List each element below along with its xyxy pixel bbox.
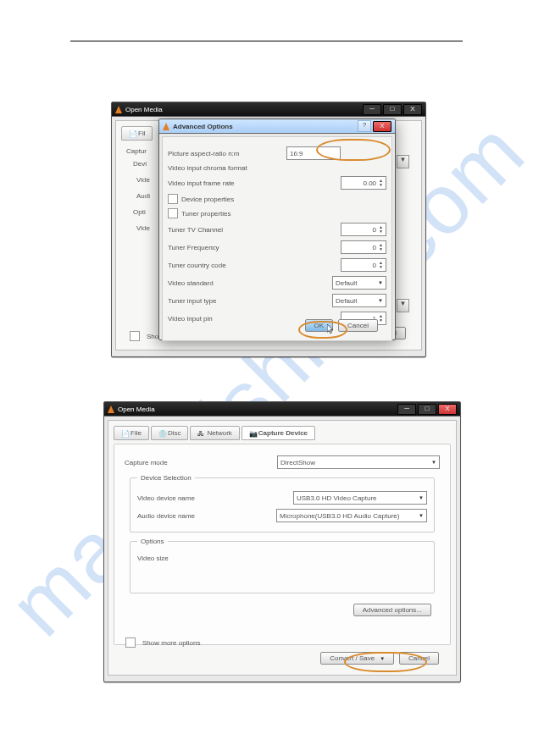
cancel-advanced-button[interactable]: Cancel: [338, 319, 378, 332]
file-icon: 📄: [129, 130, 136, 137]
video-standard-label: Video standard: [168, 279, 286, 287]
network-icon: 🖧: [197, 430, 204, 437]
titlebar-advanced-options[interactable]: Advanced Options ? X: [159, 119, 395, 134]
advanced-options-dialog: Advanced Options ? X Picture aspect-rati…: [158, 119, 396, 340]
show-more-label: Show more options: [142, 639, 200, 647]
video-device-label: Video device name: [137, 494, 247, 502]
capture-mode-label: Capture mode: [125, 459, 277, 466]
device-selection-legend: Device Selection: [137, 474, 195, 482]
cancel-button[interactable]: Cancel: [399, 652, 439, 665]
video-size-label: Video size: [137, 555, 273, 562]
tab-network[interactable]: 🖧Network: [190, 426, 239, 440]
vlc-cone-icon: [163, 123, 169, 130]
video-device-dropdown[interactable]: USB3.0 HD Video Capture▼: [293, 491, 427, 505]
file-icon: 📄: [121, 430, 128, 437]
tab-file[interactable]: 📄File: [114, 426, 149, 440]
hidden-dropdown-arrow-2[interactable]: ▼: [397, 299, 409, 312]
maximize-button[interactable]: □: [383, 104, 402, 115]
video-standard-dropdown[interactable]: Default▼: [332, 276, 386, 290]
tuner-channel-label: Tuner TV Channel: [168, 226, 286, 234]
tuner-country-label: Tuner country code: [168, 262, 286, 269]
titlebar-open-media-top[interactable]: Open Media ─ □ X: [112, 102, 425, 117]
audio-device-dropdown[interactable]: Microphone(USB3.0 HD Audio Capture)▼: [276, 509, 427, 522]
aspect-ratio-input[interactable]: 16:9: [286, 146, 341, 160]
device-properties-label: Device properties: [181, 196, 234, 203]
framerate-spinner[interactable]: 0.00▲▼: [341, 176, 386, 190]
tuner-frequency-label: Tuner Frequency: [168, 244, 286, 251]
help-button[interactable]: ?: [358, 120, 371, 132]
close-advanced-button[interactable]: X: [373, 121, 391, 132]
audio-device-label: Audio device name: [137, 512, 247, 520]
options-fieldset: Options Video size: [130, 538, 435, 593]
advanced-options-button[interactable]: Advanced options...: [353, 604, 431, 616]
tab-capture-device[interactable]: 📷Capture Device: [242, 426, 315, 440]
disc-icon: 💿: [158, 430, 165, 437]
device-selection-fieldset: Device Selection Video device name USB3.…: [130, 474, 435, 533]
tuner-input-type-label: Tuner input type: [168, 297, 286, 305]
tab-file-top[interactable]: 📄Fil: [121, 126, 153, 141]
video-input-pin-label: Video input pin: [168, 315, 286, 323]
vlc-cone-icon: [108, 406, 114, 413]
close-button[interactable]: X: [403, 104, 422, 115]
aspect-ratio-label: Picture aspect-ratio n:m: [168, 150, 286, 157]
vlc-cone-icon: [115, 106, 122, 113]
tuner-channel-spinner[interactable]: 0▲▼: [341, 223, 386, 236]
tab-disc[interactable]: 💿Disc: [151, 426, 189, 440]
show-more-checkbox-top[interactable]: [130, 331, 140, 341]
capture-mode-dropdown[interactable]: DirectShow▼: [277, 455, 440, 469]
header-rule: [70, 41, 463, 41]
hidden-dropdown-arrow[interactable]: ▼: [397, 155, 409, 168]
minimize-button[interactable]: ─: [397, 404, 416, 415]
convert-save-button[interactable]: Convert / Save▼: [320, 652, 394, 665]
options-legend: Options: [137, 538, 168, 545]
titlebar-open-media-bottom[interactable]: Open Media ─ □ X: [104, 402, 460, 417]
maximize-button[interactable]: □: [418, 404, 436, 415]
minimize-button[interactable]: ─: [363, 104, 381, 115]
ok-button[interactable]: OK: [305, 319, 334, 332]
tuner-country-spinner[interactable]: 0▲▼: [341, 258, 386, 272]
tuner-properties-label: Tuner properties: [181, 210, 230, 218]
open-media-window-bottom: Open Media ─ □ X 📄File 💿Disc 🖧Network 📷C…: [103, 401, 461, 682]
close-button[interactable]: X: [438, 404, 457, 415]
chroma-format-label: Video input chroma format: [168, 164, 286, 172]
open-media-title-bottom: Open Media: [118, 406, 397, 413]
frame-rate-label: Video input frame rate: [168, 179, 286, 187]
device-properties-checkbox[interactable]: [168, 194, 178, 204]
capture-icon: 📷: [249, 430, 256, 437]
show-more-checkbox[interactable]: [125, 637, 136, 648]
tuner-properties-checkbox[interactable]: [168, 208, 178, 218]
tuner-input-type-dropdown[interactable]: Default▼: [332, 294, 386, 307]
advanced-options-title: Advanced Options: [173, 123, 358, 130]
tuner-frequency-spinner[interactable]: 0▲▼: [341, 240, 386, 254]
open-media-title-top: Open Media: [125, 106, 363, 113]
